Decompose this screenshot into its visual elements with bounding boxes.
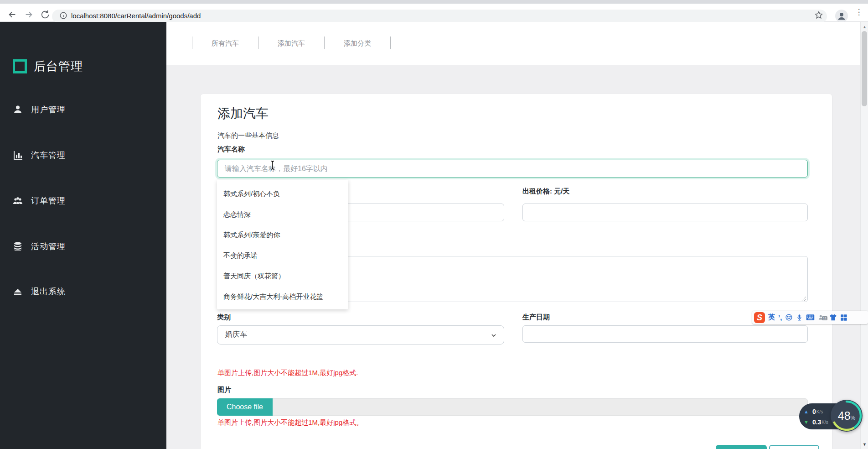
- sidebar: 后台管理 用户管理 汽车管理 订单管理 活动管理: [0, 22, 166, 449]
- profile-avatar[interactable]: [835, 10, 848, 22]
- rent-price-label: 出租价格: 元/天: [522, 187, 569, 196]
- car-name-label: 汽车名称: [217, 145, 245, 154]
- forward-icon[interactable]: [24, 10, 34, 20]
- upload-hint-bottom: 单图片上传,图片大小不能超过1M,最好jpg格式。: [217, 418, 363, 427]
- site-info-icon[interactable]: [59, 11, 67, 20]
- image-file-input[interactable]: Choose file: [217, 398, 808, 416]
- accelerator-gauge[interactable]: 48%: [831, 400, 863, 432]
- ime-toolbox-icon[interactable]: [840, 314, 847, 321]
- bookmark-star-icon[interactable]: [814, 10, 823, 20]
- submit-button[interactable]: [716, 445, 767, 449]
- suggestion-item[interactable]: 恋恋情深: [217, 204, 348, 224]
- url-text[interactable]: localhost:8080/carRental/admin/goods/add: [71, 12, 201, 20]
- gauge-percent-value: 48: [838, 409, 851, 422]
- app-title: 后台管理: [34, 58, 83, 74]
- eject-icon: [12, 286, 23, 297]
- browser-toolbar: localhost:8080/carRental/admin/goods/add…: [0, 4, 868, 22]
- scroll-up-icon[interactable]: ▲: [861, 25, 868, 29]
- sidebar-item-users[interactable]: 用户管理: [0, 99, 166, 120]
- browser-tab-strip: [0, 0, 868, 4]
- rent-price-input[interactable]: [522, 204, 808, 221]
- logo-square-icon: [13, 59, 27, 73]
- textarea-resize-handle[interactable]: [801, 295, 806, 301]
- ime-account-badge: 11: [822, 316, 827, 320]
- car-name-placeholder: 请输入汽车名称，最好16字以内: [225, 164, 328, 174]
- upload-speed-value: 0: [812, 408, 816, 415]
- bar-chart-icon: [12, 150, 23, 161]
- app-logo: 后台管理: [13, 58, 83, 74]
- suggestion-item[interactable]: 普天同庆（双花篮）: [217, 266, 348, 286]
- sidebar-item-label: 退出系统: [31, 286, 66, 297]
- nav-tab-add-car[interactable]: 添加汽车: [258, 39, 324, 48]
- chevron-down-icon: [491, 332, 496, 337]
- user-icon: [12, 104, 23, 115]
- nav-divider: [390, 37, 391, 49]
- page-subtitle: 汽车的一些基本信息: [217, 131, 279, 140]
- suggestion-item[interactable]: 商务鲜花/大吉大利-高档开业花篮: [217, 286, 348, 307]
- sidebar-item-label: 活动管理: [31, 241, 66, 252]
- page-scrollbar[interactable]: ▲ ▼: [860, 22, 868, 449]
- ime-language-mode-icon[interactable]: 英: [768, 313, 775, 322]
- download-arrow-icon: ▼: [804, 419, 809, 425]
- nav-tab-all-cars[interactable]: 所有汽车: [192, 39, 258, 48]
- scroll-down-icon[interactable]: ▼: [861, 442, 868, 447]
- suggestion-item[interactable]: 不变的承诺: [217, 245, 348, 266]
- sidebar-item-activities[interactable]: 活动管理: [0, 235, 166, 257]
- autofill-suggestion-list: 韩式系列/初心不负 恋恋情深 韩式系列/亲爱的你 不变的承诺 普天同庆（双花篮）…: [217, 180, 348, 309]
- text-cursor: [270, 160, 275, 172]
- sidebar-item-label: 订单管理: [31, 195, 66, 206]
- users-icon: [12, 195, 23, 206]
- sidebar-item-label: 用户管理: [31, 104, 66, 115]
- sidebar-item-logout[interactable]: 退出系统: [0, 281, 166, 303]
- back-icon[interactable]: [7, 10, 17, 20]
- upload-hint-top: 单图片上传,图片大小不能超过1M,最好jpg格式.: [217, 369, 358, 377]
- ime-account-icon[interactable]: 11: [818, 314, 825, 321]
- sidebar-item-orders[interactable]: 订单管理: [0, 190, 166, 212]
- sidebar-item-label: 汽车管理: [31, 150, 66, 161]
- suggestion-item[interactable]: 韩式系列/亲爱的你: [217, 224, 348, 245]
- reload-icon[interactable]: [40, 10, 50, 20]
- ime-emoji-icon[interactable]: [785, 313, 793, 321]
- ime-keyboard-icon[interactable]: [806, 314, 815, 321]
- production-date-label: 生产日期: [522, 313, 550, 322]
- ime-toolbar: S 英 ’, 11: [752, 311, 868, 324]
- scrollbar-thumb[interactable]: [862, 31, 867, 106]
- ime-punctuation-icon[interactable]: ’,: [778, 313, 782, 321]
- upload-arrow-icon: ▲: [804, 409, 809, 414]
- ime-microphone-icon[interactable]: [796, 313, 803, 321]
- sogou-logo-icon[interactable]: S: [754, 312, 765, 323]
- reset-button[interactable]: [769, 445, 819, 449]
- choose-file-button[interactable]: Choose file: [217, 398, 273, 416]
- gauge-percent-sign: %: [851, 415, 856, 421]
- database-icon: [12, 241, 23, 252]
- download-speed-unit: K/s: [822, 420, 828, 425]
- sidebar-item-cars[interactable]: 汽车管理: [0, 144, 166, 166]
- car-name-input[interactable]: 请输入汽车名称，最好16字以内: [217, 160, 808, 178]
- image-label: 图片: [217, 386, 231, 394]
- category-select[interactable]: 婚庆车: [217, 325, 504, 345]
- nav-tab-add-category[interactable]: 添加分类: [325, 39, 390, 48]
- category-selected-value: 婚庆车: [225, 330, 247, 339]
- upload-speed-unit: K/s: [816, 409, 823, 414]
- browser-menu-icon[interactable]: ⋮: [854, 10, 863, 20]
- production-date-input[interactable]: [522, 325, 808, 343]
- suggestion-item[interactable]: 韩式系列/初心不负: [217, 183, 348, 204]
- category-label: 类别: [217, 313, 231, 322]
- page-title: 添加汽车: [217, 105, 269, 122]
- ime-skin-icon[interactable]: [829, 314, 837, 321]
- download-speed-value: 0.3: [812, 418, 821, 426]
